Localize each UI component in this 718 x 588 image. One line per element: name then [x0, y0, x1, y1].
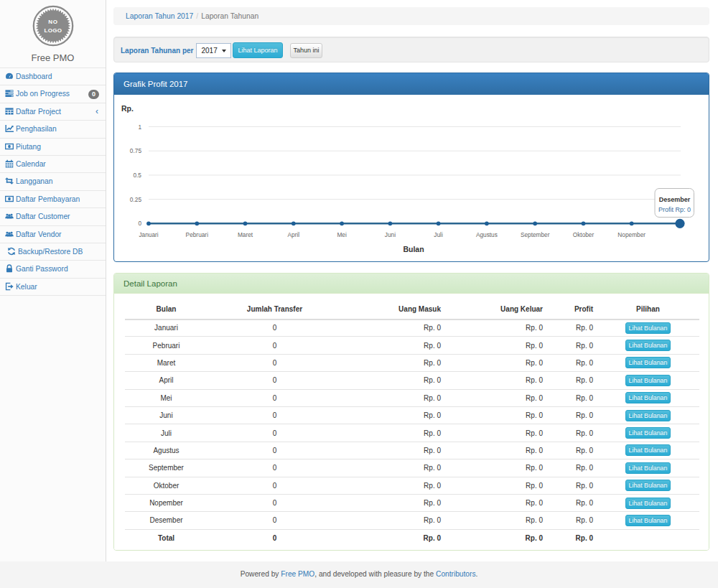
svg-text:Oktober: Oktober [573, 231, 595, 238]
svg-text:0.75: 0.75 [130, 147, 142, 154]
svg-text:Desember: Desember [659, 196, 691, 203]
svg-text:Maret: Maret [238, 231, 253, 238]
svg-text:Agustus: Agustus [476, 231, 498, 238]
svg-text:Juni: Juni [385, 231, 396, 238]
svg-text:LOGO: LOGO [44, 27, 62, 34]
svg-text:0.5: 0.5 [133, 172, 141, 179]
svg-text:Profit Rp: 0: Profit Rp: 0 [658, 206, 691, 213]
svg-text:NO: NO [48, 19, 58, 25]
svg-text:1: 1 [138, 123, 141, 131]
svg-text:Juli: Juli [434, 231, 443, 238]
svg-text:Nopember: Nopember [617, 231, 645, 238]
svg-text:0.25: 0.25 [130, 196, 142, 203]
svg-text:Pebruari: Pebruari [186, 231, 209, 238]
svg-text:Januari: Januari [139, 231, 158, 238]
svg-text:Rp.: Rp. [121, 104, 134, 113]
svg-text:0: 0 [138, 220, 141, 227]
svg-text:April: April [287, 231, 299, 238]
svg-text:September: September [521, 231, 550, 238]
svg-text:Bulan: Bulan [403, 245, 424, 253]
svg-text:Mei: Mei [337, 231, 347, 238]
